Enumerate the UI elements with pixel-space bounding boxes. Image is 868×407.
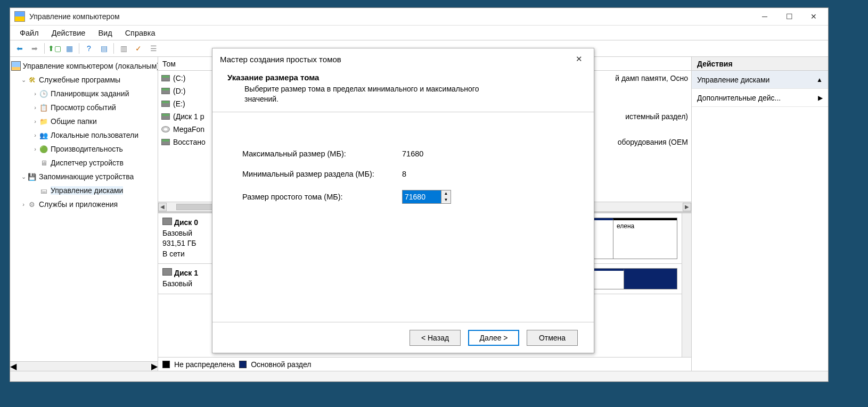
max-size-value: 71680 — [402, 149, 423, 158]
wizard-button-row: < Назад Далее > Отмена — [212, 322, 594, 353]
tree-root[interactable]: Управление компьютером (локальным) — [10, 59, 158, 73]
disk-icon — [162, 268, 172, 276]
partition-unallocated[interactable]: елена — [613, 218, 677, 259]
wizard-subheading: Выберите размер тома в пределах минималь… — [227, 84, 515, 104]
event-log-icon: 📋 — [39, 103, 48, 112]
volume-icon — [161, 101, 170, 107]
volume-icon — [161, 75, 170, 81]
tools-icon: 🛠 — [27, 75, 37, 85]
menu-help[interactable]: Справка — [119, 28, 162, 38]
wizard-header: Указание размера тома Выберите размер то… — [212, 70, 594, 112]
toolbar-button-6[interactable]: ✓ — [132, 42, 145, 55]
cancel-button[interactable]: Отмена — [527, 330, 578, 346]
legend: Не распределена Основной раздел — [158, 357, 691, 371]
forward-button[interactable]: ➡ — [28, 42, 41, 55]
back-button[interactable]: ⬅ — [13, 42, 26, 55]
device-manager-icon: 🖥 — [39, 158, 48, 168]
tree-expander[interactable]: › — [20, 201, 27, 207]
wizard-body: Максимальный размер (МБ): 71680 Минималь… — [212, 112, 594, 322]
performance-icon: 🟢 — [39, 144, 48, 154]
toolbar-button-5[interactable]: ▥ — [117, 42, 130, 55]
minimize-button[interactable]: ─ — [752, 9, 777, 24]
tree-storage[interactable]: ⌄💾Запоминающие устройства — [10, 170, 158, 184]
tree-expander[interactable]: ⌄ — [20, 77, 27, 84]
show-hide-tree-button[interactable]: ▦ — [63, 42, 76, 55]
tree-horizontal-scrollbar[interactable]: ◀ ▶ — [10, 361, 158, 371]
scroll-left-button[interactable]: ◀ — [10, 361, 17, 371]
partition-selected[interactable] — [624, 269, 677, 288]
scroll-left-button[interactable]: ◀ — [158, 203, 167, 211]
menu-file[interactable]: Файл — [13, 28, 45, 38]
wizard-heading: Указание размера тома — [227, 73, 586, 82]
actions-header: Действия — [692, 57, 828, 71]
actions-more[interactable]: Дополнительные дейс...▶ — [692, 89, 828, 107]
tree-expander[interactable]: › — [31, 90, 39, 97]
status-bar — [10, 371, 828, 381]
actions-disk-management[interactable]: Управление дисками▲ — [692, 71, 828, 89]
tree-utilities[interactable]: ⌄🛠Служебные программы — [10, 73, 158, 87]
disk-management-icon: 🖴 — [39, 186, 48, 195]
volume-size-label: Размер простого тома (МБ): — [242, 193, 402, 201]
wizard-close-button[interactable]: ✕ — [571, 52, 586, 67]
close-button[interactable]: ✕ — [801, 9, 826, 24]
tree-events[interactable]: ›📋Просмотр событий — [10, 101, 158, 114]
up-button[interactable]: ⬆▢ — [48, 42, 61, 55]
cd-icon — [161, 126, 170, 132]
help-button[interactable]: ? — [83, 42, 95, 55]
titlebar: Управление компьютером ─ ☐ ✕ — [10, 8, 828, 25]
menu-action[interactable]: Действие — [45, 28, 92, 38]
shared-folder-icon: 📁 — [39, 117, 48, 126]
volume-icon — [161, 113, 170, 120]
tree-device-manager[interactable]: 🖥Диспетчер устройств — [10, 156, 158, 170]
navigation-tree-pane: Управление компьютером (локальным) ⌄🛠Слу… — [10, 57, 158, 371]
volume-size-input[interactable] — [403, 190, 441, 203]
maximize-button[interactable]: ☐ — [777, 9, 801, 24]
spinner-down-button[interactable]: ▼ — [441, 197, 451, 203]
clock-icon: 🕒 — [39, 89, 48, 98]
tree-expander[interactable]: › — [31, 104, 39, 111]
volume-icon — [161, 139, 170, 145]
tree-expander[interactable]: › — [31, 146, 39, 152]
refresh-button[interactable]: ▤ — [97, 42, 110, 55]
actions-pane: Действия Управление дисками▲ Дополнитель… — [692, 57, 828, 371]
window-title: Управление компьютером — [29, 12, 752, 21]
scroll-right-button[interactable]: ▶ — [683, 203, 691, 211]
users-icon: 👥 — [39, 130, 48, 140]
min-size-label: Минимальный размер раздела (МБ): — [242, 170, 402, 178]
services-icon: ⚙ — [27, 200, 37, 209]
computer-icon — [11, 61, 21, 71]
scroll-right-button[interactable]: ▶ — [151, 361, 158, 371]
tree-scheduler[interactable]: ›🕒Планировщик заданий — [10, 87, 158, 101]
tree-shared-folders[interactable]: ›📁Общие папки — [10, 114, 158, 128]
toolbar-button-7[interactable]: ☰ — [147, 42, 160, 55]
disk-icon — [162, 218, 172, 225]
legend-primary: Основной раздел — [251, 360, 311, 369]
simple-volume-wizard: Мастер создания простых томов ✕ Указание… — [212, 48, 594, 353]
wizard-title: Мастер создания простых томов — [220, 55, 341, 64]
max-size-label: Максимальный размер (МБ): — [242, 149, 402, 158]
legend-swatch-primary — [239, 361, 247, 368]
legend-swatch-unallocated — [162, 361, 170, 368]
volume-size-spinner[interactable]: ▲ ▼ — [402, 190, 451, 204]
tree-services[interactable]: ›⚙Службы и приложения — [10, 197, 158, 211]
tree-disk-management[interactable]: 🖴Управление дисками — [10, 184, 158, 197]
collapse-icon: ▲ — [816, 76, 823, 84]
computer-management-icon — [14, 11, 25, 22]
tree-performance[interactable]: ›🟢Производительность — [10, 142, 158, 156]
tree-expander[interactable]: ⌄ — [20, 173, 27, 180]
menu-view[interactable]: Вид — [92, 28, 118, 38]
chevron-right-icon: ▶ — [818, 94, 823, 102]
next-button[interactable]: Далее > — [468, 330, 519, 346]
min-size-value: 8 — [402, 170, 406, 178]
legend-unallocated: Не распределена — [174, 360, 235, 369]
storage-icon: 💾 — [27, 172, 37, 181]
menubar: Файл Действие Вид Справка — [10, 25, 828, 40]
spinner-up-button[interactable]: ▲ — [441, 190, 451, 197]
back-button[interactable]: < Назад — [410, 330, 461, 346]
tree-expander[interactable]: › — [31, 132, 39, 138]
tree-expander[interactable]: › — [31, 118, 39, 124]
tree-local-users[interactable]: ›👥Локальные пользователи — [10, 128, 158, 142]
disk-vertical-scrollbar[interactable] — [682, 213, 691, 357]
volume-icon — [161, 88, 170, 94]
